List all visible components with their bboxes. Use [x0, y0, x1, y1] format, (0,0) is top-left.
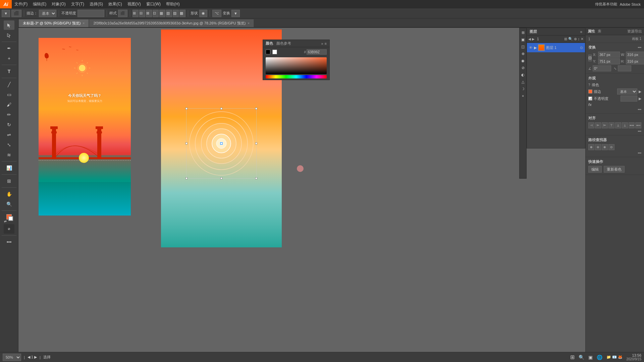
pf-minus[interactable]: ⊖: [595, 144, 601, 150]
color-ref-tab[interactable]: 颜色参考: [276, 41, 291, 46]
menu-help[interactable]: 帮助(H): [163, 1, 182, 7]
taskbar-task[interactable]: ▣: [588, 355, 593, 360]
layer-expand-arrow[interactable]: ▶: [534, 46, 537, 50]
w-input[interactable]: [626, 52, 644, 58]
tab-library[interactable]: 库: [598, 29, 601, 34]
doc-tab-2[interactable]: 2f3f8b0c10a5a26e9bfd55a39f972639559b90f9…: [89, 19, 254, 27]
mini-tool-4[interactable]: ⊕: [520, 51, 526, 57]
align-btn-3[interactable]: ⊠: [146, 10, 152, 17]
tool-pencil[interactable]: ✏: [4, 110, 14, 119]
style-icon[interactable]: ⬛: [118, 10, 127, 17]
tool-rotate[interactable]: ↻: [4, 120, 14, 129]
taskbar-app-1[interactable]: 📁: [606, 355, 611, 359]
doc-tab-1[interactable]: 未标题-3* @ 50% (RGB/GPU 预览) ×: [18, 19, 89, 27]
align-btn-2[interactable]: ⊟: [139, 10, 145, 17]
mini-tool-3[interactable]: ◫: [520, 44, 526, 50]
mini-tool-6[interactable]: ⊘: [520, 65, 526, 71]
tab-resource[interactable]: 资源导出: [627, 29, 642, 34]
tool-none[interactable]: ⊘: [4, 224, 14, 234]
doc-tab-1-close[interactable]: ×: [83, 21, 85, 25]
scale-input[interactable]: [618, 65, 631, 71]
layers-left[interactable]: ◀: [528, 37, 531, 41]
appearance-more-btn[interactable]: •••: [638, 108, 641, 111]
align-btn-7[interactable]: ▨: [173, 10, 179, 17]
tool-scale[interactable]: ⤡: [4, 140, 14, 149]
tool-zoom[interactable]: 🔍: [4, 199, 14, 209]
layers-icon-1[interactable]: ⊞: [564, 37, 567, 41]
tool-pen[interactable]: ✒: [4, 44, 14, 53]
menu-view[interactable]: 视图(V): [125, 1, 144, 7]
tool-rectangle[interactable]: ▭: [4, 90, 14, 99]
transform-icon[interactable]: ⌥: [212, 10, 221, 17]
mini-tool-2[interactable]: ▣: [520, 37, 526, 43]
align-bottom[interactable]: ⊥: [622, 122, 628, 128]
tool-hand[interactable]: ✋: [4, 189, 14, 199]
color-panel-menu[interactable]: ≡: [325, 42, 327, 46]
edit-button[interactable]: 编辑: [588, 166, 602, 173]
stroke-select-prop[interactable]: 基本: [617, 88, 637, 95]
tool-artboard[interactable]: ⊞: [4, 176, 14, 186]
taskbar-app-3[interactable]: 🦊: [618, 355, 623, 359]
tool-direct-select[interactable]: [4, 31, 14, 40]
layers-right[interactable]: ▶: [532, 37, 535, 41]
tab-properties[interactable]: 属性: [588, 29, 595, 34]
stroke-color-swatch[interactable]: [588, 89, 592, 94]
color-panel-expand[interactable]: »: [321, 42, 323, 46]
align-top[interactable]: ⊤: [608, 122, 614, 128]
stroke-expand[interactable]: ▶: [639, 89, 641, 94]
color-swatches[interactable]: ⇄: [4, 214, 14, 224]
taskbar-browser[interactable]: 🌐: [597, 355, 602, 360]
mini-tool-8[interactable]: △: [520, 79, 526, 85]
menu-file[interactable]: 文件(F): [12, 1, 30, 7]
pf-unite[interactable]: ⊕: [588, 144, 594, 150]
layers-tab[interactable]: 图层: [530, 29, 537, 34]
opacity-prop-input[interactable]: [621, 96, 637, 102]
pf-exclude[interactable]: ⊙: [608, 144, 614, 150]
transform-dropdown[interactable]: ▼: [231, 10, 240, 17]
align-btn-8[interactable]: ▩: [179, 10, 185, 17]
menu-object[interactable]: 对象(O): [49, 1, 68, 7]
windows-start[interactable]: ⊞: [570, 354, 575, 360]
color-black-swatch[interactable]: [266, 50, 270, 54]
tool-more[interactable]: •••: [4, 237, 14, 247]
mini-tool-9[interactable]: ☽: [520, 86, 526, 92]
color-rainbow-bar[interactable]: [266, 75, 327, 78]
hex-input[interactable]: [307, 49, 327, 55]
layer-row-1[interactable]: 👁 ▶ 图层 1 ⊙: [527, 43, 585, 52]
shape-icon[interactable]: ◉: [199, 10, 207, 17]
align-center-v[interactable]: ⊥: [615, 122, 621, 128]
layers-icon-5[interactable]: ✕: [581, 37, 584, 41]
menu-text[interactable]: 文字(T): [68, 1, 87, 7]
menu-window[interactable]: 窗口(W): [144, 1, 163, 7]
menu-edit[interactable]: 编辑(E): [30, 1, 49, 7]
y-input[interactable]: [598, 58, 620, 64]
opacity-expand[interactable]: ▶: [639, 97, 641, 101]
align-btn-1[interactable]: ⊞: [132, 10, 139, 17]
color-white-swatch[interactable]: [272, 50, 277, 54]
swap-colors[interactable]: ⇄: [4, 220, 7, 223]
tool-paintbrush[interactable]: 🖌: [4, 100, 14, 109]
mini-tool-5[interactable]: ◉: [520, 58, 526, 64]
x-input[interactable]: [598, 52, 620, 58]
stroke-swatch[interactable]: [8, 216, 13, 221]
align-left[interactable]: ⊣: [588, 122, 594, 128]
tool-icon[interactable]: ⬛: [11, 10, 21, 17]
tool-line[interactable]: ╱: [4, 80, 14, 89]
align-btn-4[interactable]: ⊡: [153, 10, 159, 17]
color-spectrum[interactable]: [266, 57, 327, 74]
taskbar-search[interactable]: 🔍: [579, 355, 584, 360]
tool-select[interactable]: ▼: [2, 10, 10, 17]
layer-name[interactable]: 图层 1: [546, 45, 556, 50]
mini-tool-7[interactable]: ◐: [520, 72, 526, 78]
tool-add-anchor[interactable]: +: [4, 54, 14, 63]
layer-eye[interactable]: 👁: [529, 46, 533, 50]
layers-icon-3[interactable]: ⊕: [574, 37, 577, 41]
align-btn-5[interactable]: ▦: [159, 10, 165, 17]
zoom-select[interactable]: 50%: [3, 354, 21, 361]
layers-icon-2[interactable]: 🔍: [568, 37, 573, 41]
taskbar-app-2[interactable]: 📧: [612, 355, 617, 359]
tool-reflect[interactable]: ⇌: [4, 130, 14, 139]
align-center-h[interactable]: ⊢: [595, 122, 601, 128]
mini-tool-1[interactable]: ⊞: [520, 29, 526, 36]
angle-input[interactable]: [593, 65, 611, 71]
